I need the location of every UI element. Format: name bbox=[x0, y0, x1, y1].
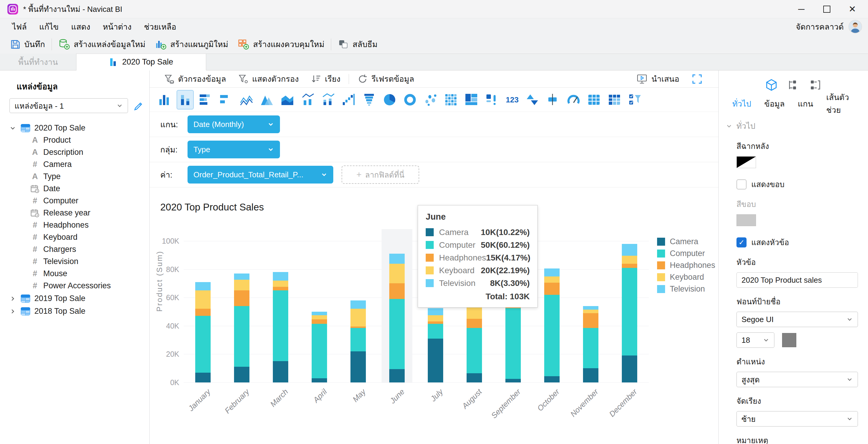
tree-root-2018-top-sale[interactable]: 2018 Top Sale bbox=[0, 305, 149, 317]
sort-button[interactable]: เรียง bbox=[305, 70, 347, 87]
bar-segment-television[interactable] bbox=[622, 244, 637, 256]
tab-2020-top-sale[interactable]: 2020 Top Sale bbox=[76, 54, 206, 70]
legend-item-computer[interactable]: Computer bbox=[657, 247, 715, 259]
chart-type-waterfall-icon[interactable] bbox=[340, 90, 357, 109]
bar-segment-camera[interactable] bbox=[234, 367, 249, 382]
bar-segment-headphones[interactable] bbox=[428, 321, 443, 323]
panel-tab-แกน[interactable]: แกน bbox=[798, 97, 813, 110]
bar-segment-computer[interactable] bbox=[505, 308, 521, 379]
bar-january[interactable] bbox=[195, 282, 211, 382]
chart-type-funnel-icon[interactable] bbox=[361, 90, 378, 109]
position-select[interactable]: สูงสุด bbox=[737, 372, 858, 387]
bar-segment-headphones[interactable] bbox=[583, 313, 598, 328]
tree-root-2019-top-sale[interactable]: 2019 Top Sale bbox=[0, 293, 149, 305]
chart-type-line-stacked-column-icon[interactable] bbox=[320, 90, 337, 109]
bar-segment-television[interactable] bbox=[389, 254, 405, 264]
bar-segment-headphones[interactable] bbox=[312, 319, 327, 323]
bar-segment-television[interactable] bbox=[350, 301, 366, 309]
bar-segment-camera[interactable] bbox=[273, 361, 288, 382]
close-button[interactable]: ✕ bbox=[840, 1, 865, 17]
tree-field-television[interactable]: #Television bbox=[0, 255, 149, 268]
bar-segment-camera[interactable] bbox=[312, 378, 327, 382]
refresh-data-button[interactable]: รีเฟรตข้อมูล bbox=[351, 70, 420, 87]
bar-segment-keyboard[interactable] bbox=[195, 291, 211, 309]
font-color-swatch[interactable] bbox=[782, 333, 796, 347]
bar-segment-keyboard[interactable] bbox=[312, 315, 327, 319]
legend-item-headphones[interactable]: Headphones bbox=[657, 259, 715, 271]
show-border-checkbox[interactable] bbox=[737, 179, 747, 190]
bar-december[interactable] bbox=[622, 244, 637, 382]
bar-segment-keyboard[interactable] bbox=[622, 256, 637, 264]
bar-segment-camera[interactable] bbox=[544, 376, 560, 383]
edit-pencil-icon[interactable] bbox=[133, 100, 145, 111]
tree-field-release-year[interactable]: Release year bbox=[0, 207, 149, 219]
bar-segment-keyboard[interactable] bbox=[350, 309, 366, 327]
menu-item-3[interactable]: หน้าต่าง bbox=[97, 19, 138, 35]
tree-root-2020-top-sale[interactable]: 2020 Top Sale bbox=[0, 122, 149, 134]
cube-icon[interactable] bbox=[765, 78, 778, 92]
show-title-checkbox[interactable]: ✓ bbox=[737, 237, 747, 247]
save-button[interactable]: บันทึก bbox=[5, 35, 50, 54]
new-data-source-button[interactable]: สร้างแหล่งข้อมูลใหม่ bbox=[54, 35, 150, 54]
new-dashboard-button[interactable]: สร้างแผงควบคุมใหม่ bbox=[233, 35, 329, 54]
tab-พื้นที่ทำงาน[interactable]: พื้นที่ทำงาน bbox=[0, 54, 76, 70]
chart-type-stacked-area-icon[interactable] bbox=[279, 90, 296, 109]
bar-march[interactable] bbox=[273, 272, 288, 382]
font-select[interactable]: Segoe UI bbox=[737, 312, 858, 327]
chevron-right-icon[interactable] bbox=[8, 296, 17, 302]
bar-segment-television[interactable] bbox=[312, 312, 327, 315]
chart-type-line-column-icon[interactable] bbox=[299, 90, 316, 109]
chart-type-treemap-icon[interactable] bbox=[463, 90, 480, 109]
menu-item-1[interactable]: แก้ไข bbox=[33, 19, 65, 35]
axis-field-chip[interactable]: Date (Monthly) bbox=[188, 115, 280, 133]
tree-field-headphones[interactable]: #Headphones bbox=[0, 219, 149, 231]
drop-field-zone[interactable]: + ลากฟิลด์ที่นี่ bbox=[342, 166, 419, 184]
bar-segment-television[interactable] bbox=[544, 269, 560, 276]
tree-field-keyboard[interactable]: #Keyboard bbox=[0, 231, 149, 243]
bar-segment-camera[interactable] bbox=[467, 373, 482, 382]
bar-october[interactable] bbox=[544, 269, 560, 382]
chart-type-kpi-icon[interactable] bbox=[483, 90, 500, 109]
group-field-chip[interactable]: Type bbox=[188, 141, 280, 158]
bar-segment-computer[interactable] bbox=[389, 299, 405, 369]
show-filter-button[interactable]: แสดงตัวกรอง bbox=[232, 70, 305, 87]
bar-segment-computer[interactable] bbox=[350, 328, 366, 351]
bar-segment-television[interactable] bbox=[273, 272, 288, 281]
chart-type-column-icon[interactable] bbox=[156, 90, 173, 109]
data-source-select[interactable]: แหล่งข้อมูล - 1 bbox=[9, 98, 128, 113]
toggle-theme-button[interactable]: สลับธีม bbox=[333, 35, 382, 54]
bar-segment-computer[interactable] bbox=[622, 268, 637, 355]
bar-segment-headphones[interactable] bbox=[195, 309, 211, 316]
chart-type-gauge-icon[interactable] bbox=[565, 90, 582, 109]
bar-segment-computer[interactable] bbox=[428, 324, 443, 339]
panel-tab-เส้นตัวช่วย[interactable]: เส้นตัวช่วย bbox=[826, 91, 855, 116]
chart-type-stacked-bar-icon[interactable] bbox=[197, 90, 214, 109]
chevron-down-icon[interactable] bbox=[8, 125, 17, 131]
bar-segment-television[interactable] bbox=[428, 308, 443, 315]
value-field-chip[interactable]: Order_Product_Total_Retail_P... bbox=[188, 166, 333, 183]
tree-field-date[interactable]: Date bbox=[0, 183, 149, 195]
bar-june[interactable] bbox=[389, 254, 405, 382]
bar-july[interactable] bbox=[428, 308, 443, 382]
bar-segment-keyboard[interactable] bbox=[273, 281, 288, 287]
chart-type-boxplot-icon[interactable] bbox=[545, 90, 562, 109]
bar-segment-computer[interactable] bbox=[312, 324, 327, 378]
tree-field-power-accessories[interactable]: #Power Accessories bbox=[0, 280, 149, 292]
bar-segment-keyboard[interactable] bbox=[544, 276, 560, 283]
tree-field-computer[interactable]: #Computer bbox=[0, 195, 149, 207]
chart-type-filter-list-icon[interactable] bbox=[626, 90, 644, 109]
chart-type-pie-icon[interactable] bbox=[381, 90, 398, 109]
legend-item-television[interactable]: Television bbox=[657, 283, 715, 295]
background-color-swatch[interactable] bbox=[737, 156, 756, 168]
bar-segment-keyboard[interactable] bbox=[389, 264, 405, 283]
bar-segment-camera[interactable] bbox=[389, 369, 405, 382]
minimize-button[interactable]: ─ bbox=[788, 1, 814, 17]
data-filter-button[interactable]: ตัวกรองข้อมูล bbox=[158, 70, 232, 87]
title-input[interactable] bbox=[737, 272, 858, 288]
bar-segment-camera[interactable] bbox=[622, 355, 637, 382]
menu-item-4[interactable]: ช่วยเหลือ bbox=[138, 19, 183, 35]
chart-type-area-icon[interactable] bbox=[258, 90, 276, 109]
bar-segment-headphones[interactable] bbox=[544, 283, 560, 295]
bar-segment-headphones[interactable] bbox=[622, 264, 637, 268]
bar-february[interactable] bbox=[234, 274, 249, 382]
